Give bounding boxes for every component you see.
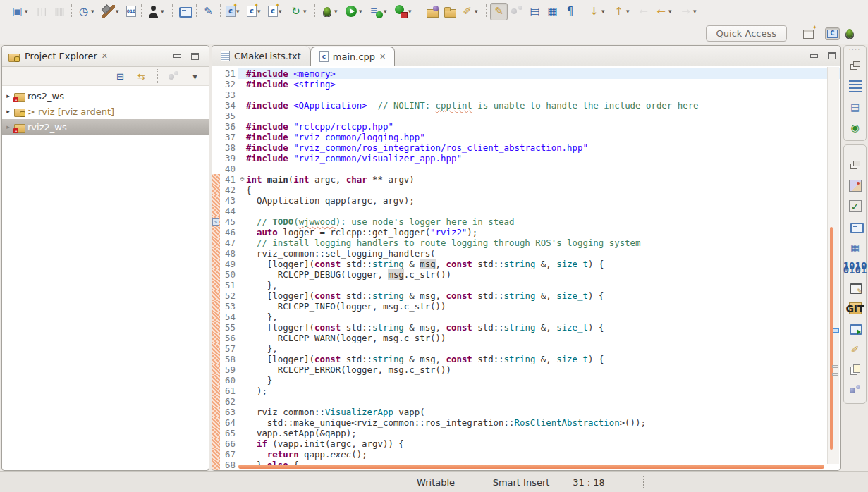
drag-handle[interactable]: ···· [849, 147, 861, 152]
fold-collapse-icon[interactable]: ⊖ [238, 174, 246, 185]
diff-marker[interactable] [212, 290, 220, 301]
dropdown-arrow-icon[interactable]: ▾ [626, 8, 632, 15]
dropdown-arrow-icon[interactable]: ▾ [601, 8, 608, 15]
open-resource-icon[interactable] [425, 5, 439, 18]
tasks-icon[interactable]: ✓ [849, 200, 862, 212]
debug-shell-icon[interactable] [849, 323, 862, 335]
code-line-45[interactable]: ✎45 // TODO(wjwwood): use node's logger … [212, 216, 840, 227]
diff-marker[interactable] [212, 417, 220, 428]
quick-access-button[interactable]: Quick Access [706, 25, 787, 42]
expand-arrow-icon[interactable]: ▸ [4, 108, 12, 115]
tab-main-cpp[interactable]: c main.cpp ✕ [310, 47, 395, 66]
line-number[interactable]: 40 [220, 164, 238, 174]
line-number[interactable]: 41 [220, 174, 238, 185]
diff-marker[interactable] [212, 238, 220, 248]
line-number[interactable]: 37 [220, 132, 238, 142]
code-line-61[interactable]: 61 ); [212, 386, 840, 396]
marker-pen-icon[interactable]: ✐ [460, 5, 474, 18]
line-number[interactable]: 58 [220, 354, 238, 364]
overview-marker-gray[interactable] [832, 373, 838, 376]
new-wizard-icon[interactable]: ▣ [11, 5, 24, 18]
horizontal-scrollbar[interactable] [238, 465, 824, 469]
pen-slash-icon[interactable]: ✎ [202, 5, 215, 18]
git-repositories-icon[interactable]: GIT [849, 302, 862, 314]
show-block-icon[interactable]: ▦ [546, 5, 559, 18]
marker-column[interactable] [212, 153, 220, 164]
task-marker-icon[interactable]: ✎ [212, 218, 219, 226]
diff-marker[interactable] [212, 280, 220, 290]
code-line-41[interactable]: 41⊖int main(int argc, char ** argv) [212, 174, 840, 185]
new-c-project-icon[interactable]: c [226, 6, 236, 17]
refresh-icon[interactable]: ↻ [289, 5, 302, 18]
diff-marker[interactable] [212, 428, 220, 438]
tree-item-rviz-rviz-ardent[interactable]: ▸> rviz [rviz ardent] [2, 104, 209, 119]
status-drag-handle[interactable] [643, 476, 644, 488]
expand-arrow-icon[interactable]: ▸ [4, 92, 12, 99]
dropdown-arrow-icon[interactable]: ▾ [257, 8, 264, 15]
diff-marker[interactable] [212, 227, 220, 238]
code-line-50[interactable]: 50 RCLCPP_DEBUG(logger, msg.c_str()) [212, 269, 840, 280]
vertical-scrollbar[interactable] [830, 227, 833, 450]
close-icon[interactable]: ✕ [379, 52, 386, 61]
person-icon[interactable] [147, 5, 160, 18]
terminal-icon[interactable] [849, 282, 862, 294]
diff-marker[interactable] [212, 375, 220, 386]
line-number[interactable]: 50 [220, 269, 238, 280]
diff-marker[interactable] [212, 259, 220, 269]
diff-marker[interactable] [212, 206, 220, 216]
toolbar-grip[interactable] [6, 4, 6, 18]
marker-column[interactable] [212, 68, 220, 79]
code-line-52[interactable]: 52 [logger](const std::string & msg, con… [212, 290, 840, 301]
console-icon[interactable] [849, 221, 862, 233]
code-line-43[interactable]: 43 QApplication qapp(argc, argv); [212, 195, 840, 206]
line-number[interactable]: 68 [220, 460, 238, 470]
image-view-icon[interactable] [849, 180, 862, 192]
diff-marker[interactable] [212, 322, 220, 333]
line-number[interactable]: 47 [220, 238, 238, 248]
line-number[interactable]: 55 [220, 322, 238, 333]
diff-marker[interactable] [212, 174, 220, 185]
line-number[interactable]: 63 [220, 407, 238, 417]
code-line-35[interactable]: 35 [212, 111, 840, 121]
copy-view-icon[interactable] [849, 364, 862, 376]
highlight-occurrences-icon[interactable]: ✎ [492, 5, 506, 18]
line-number[interactable]: 38 [220, 142, 238, 153]
folder-icon[interactable] [443, 5, 456, 18]
line-number[interactable]: 52 [220, 290, 238, 301]
line-number[interactable]: 67 [220, 449, 238, 460]
dropdown-arrow-icon[interactable]: ▾ [303, 8, 310, 15]
debug-icon[interactable] [320, 5, 334, 18]
next-annotation-icon[interactable]: ↓ [587, 5, 601, 18]
diff-marker[interactable] [212, 301, 220, 312]
diff-marker[interactable] [212, 312, 220, 322]
code-line-54[interactable]: 54 }, [212, 312, 840, 322]
minimize-icon[interactable] [173, 54, 181, 58]
back-icon[interactable]: ← [654, 5, 668, 18]
bubbles-icon[interactable] [849, 384, 862, 396]
line-number[interactable]: 59 [220, 364, 238, 375]
diff-marker[interactable] [212, 248, 220, 259]
diff-marker[interactable] [212, 460, 220, 470]
close-icon[interactable]: ✕ [102, 51, 108, 61]
binary-view-icon[interactable]: 1010 0101 [849, 262, 862, 273]
expand-arrow-icon[interactable]: ▸ [4, 123, 12, 130]
whitespace-icon[interactable]: ¶ [563, 5, 577, 18]
code-line-57[interactable]: 57 }, [212, 343, 840, 354]
code-line-65[interactable]: 65 vapp.setApp(&qapp); [212, 428, 840, 438]
diff-marker[interactable] [212, 364, 220, 375]
code-line-46[interactable]: 46 auto logger = rclcpp::get_logger("rvi… [212, 227, 840, 238]
dropdown-arrow-icon[interactable]: ▾ [116, 8, 122, 15]
view-menu-icon[interactable]: ▾ [189, 70, 201, 82]
code-line-37[interactable]: 37#include "rviz_common/logging.hpp" [212, 132, 840, 142]
code-line-62[interactable]: 62 [212, 396, 840, 407]
open-perspective-icon[interactable] [802, 27, 816, 40]
diff-marker[interactable] [212, 333, 220, 343]
diff-marker[interactable] [212, 396, 220, 407]
maximize-icon[interactable] [191, 53, 199, 60]
show-source-icon[interactable]: ▤ [528, 5, 542, 18]
line-number[interactable]: 36 [220, 121, 238, 132]
diff-marker[interactable] [212, 195, 220, 206]
code-line-51[interactable]: 51 }, [212, 280, 840, 290]
code-line-39[interactable]: 39#include "rviz_common/visualizer_app.h… [212, 153, 840, 164]
tree-item-rviz2-ws[interactable]: ▸Crviz2_ws [2, 119, 209, 135]
